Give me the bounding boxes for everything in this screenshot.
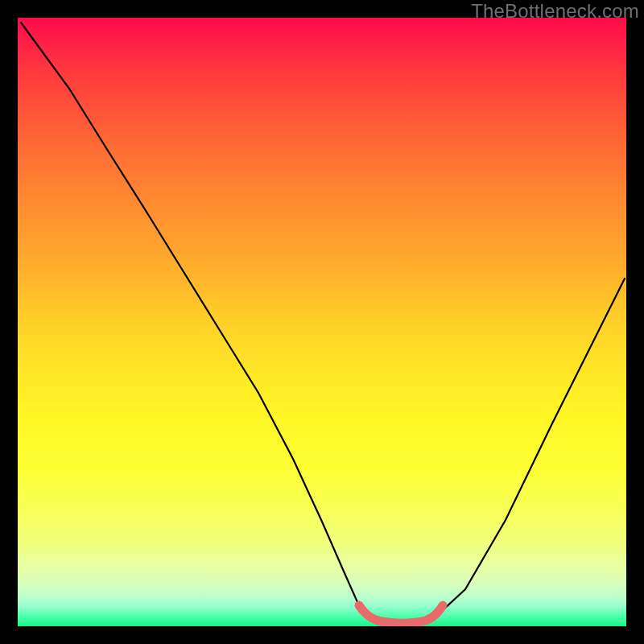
- watermark-text: TheBottleneck.com: [471, 0, 639, 23]
- chart-plot-area: [18, 18, 626, 626]
- bottleneck-curve: [21, 23, 625, 621]
- optimal-band: [359, 605, 443, 623]
- chart-svg: [18, 18, 626, 626]
- chart-frame: TheBottleneck.com: [0, 0, 644, 644]
